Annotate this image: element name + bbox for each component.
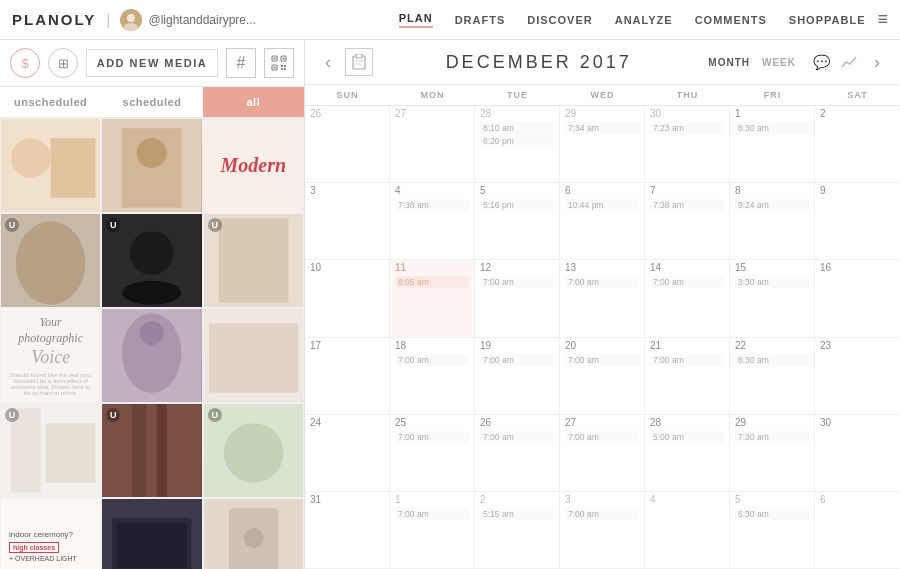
calendar-day-3-3[interactable]: 207:00 am: [560, 338, 645, 414]
media-item-12[interactable]: U: [203, 403, 304, 498]
day-number-3-1: 18: [395, 341, 469, 351]
media-item-14[interactable]: [101, 498, 202, 569]
calendar-day-3-0[interactable]: 17: [305, 338, 390, 414]
media-item-2[interactable]: [101, 118, 202, 213]
nav-drafts[interactable]: DRAFTS: [455, 14, 506, 26]
calendar-day-1-1[interactable]: 47:38 am: [390, 183, 475, 259]
calendar-day-2-1[interactable]: 118:05 am: [390, 260, 475, 336]
calendar-day-3-4[interactable]: 217:00 am: [645, 338, 730, 414]
media-item-1[interactable]: [0, 118, 101, 213]
add-media-button[interactable]: ADD NEW MEDIA: [86, 49, 218, 77]
calendar-day-5-3[interactable]: 37:00 am: [560, 492, 645, 568]
calendar-day-2-0[interactable]: 10: [305, 260, 390, 336]
media-item-15[interactable]: [203, 498, 304, 569]
calendar-day-3-5[interactable]: 226:30 am: [730, 338, 815, 414]
media-item-9[interactable]: [203, 308, 304, 403]
hamburger-icon[interactable]: ≡: [877, 9, 888, 30]
svg-point-27: [140, 321, 164, 345]
calendar-day-4-0[interactable]: 24: [305, 415, 390, 491]
header: PLANOLY | @lightanddairypre... PLAN DRAF…: [0, 0, 900, 40]
qr-button[interactable]: [264, 48, 294, 78]
day-number-5-2: 2: [480, 495, 554, 505]
calendar-day-4-1[interactable]: 257:00 am: [390, 415, 475, 491]
calendar-day-5-6[interactable]: 6: [815, 492, 900, 568]
calendar-day-2-5[interactable]: 153:30 am: [730, 260, 815, 336]
calendar-day-1-5[interactable]: 89:24 am: [730, 183, 815, 259]
calendar-day-3-2[interactable]: 197:00 am: [475, 338, 560, 414]
svg-rect-40: [117, 523, 187, 568]
media-item-4[interactable]: U: [0, 213, 101, 308]
day-header-mon: MON: [390, 85, 475, 105]
calendar-day-1-3[interactable]: 610:44 pm: [560, 183, 645, 259]
calendar-day-4-6[interactable]: 30: [815, 415, 900, 491]
calendar-day-4-4[interactable]: 285:00 am: [645, 415, 730, 491]
calendar-day-4-3[interactable]: 277:00 am: [560, 415, 645, 491]
calendar-day-2-6[interactable]: 16: [815, 260, 900, 336]
day-number-0-1: 27: [395, 109, 469, 119]
chart-view-icon[interactable]: [838, 51, 860, 73]
calendar-day-2-3[interactable]: 137:00 am: [560, 260, 645, 336]
nav-discover[interactable]: DISCOVER: [527, 14, 592, 26]
calendar-day-5-4[interactable]: 4: [645, 492, 730, 568]
calendar-day-5-5[interactable]: 56:30 am: [730, 492, 815, 568]
calendar-day-1-6[interactable]: 9: [815, 183, 900, 259]
tab-unscheduled[interactable]: unscheduled: [0, 87, 101, 117]
calendar-day-0-5[interactable]: 18:30 am: [730, 106, 815, 182]
media-item-13[interactable]: indoor ceremony? high classes + OVERHEAD…: [0, 498, 101, 569]
calendar-day-4-2[interactable]: 267:00 am: [475, 415, 560, 491]
view-icons: 💬: [810, 51, 860, 73]
svg-point-17: [137, 138, 167, 168]
calendar-day-0-4[interactable]: 307:23 am: [645, 106, 730, 182]
calendar-day-2-2[interactable]: 127:00 am: [475, 260, 560, 336]
day-number-1-3: 6: [565, 186, 639, 196]
time-slot-3-4-0: 7:00 am: [650, 354, 724, 366]
calendar-clipboard-icon[interactable]: [345, 48, 373, 76]
bubble-view-icon[interactable]: 💬: [810, 51, 832, 73]
time-slot-3-2-0: 7:00 am: [480, 354, 554, 366]
media-item-11[interactable]: U: [101, 403, 202, 498]
dollar-icon[interactable]: $: [10, 48, 40, 78]
media-item-3[interactable]: Modern: [203, 118, 304, 213]
calendar-day-5-1[interactable]: 17:00 am: [390, 492, 475, 568]
calendar-day-1-4[interactable]: 77:38 am: [645, 183, 730, 259]
nav-comments[interactable]: COMMENTS: [695, 14, 767, 26]
calendar-day-3-1[interactable]: 187:00 am: [390, 338, 475, 414]
nav-shoppable[interactable]: SHOPPABLE: [789, 14, 866, 26]
calendar-day-0-0[interactable]: 26: [305, 106, 390, 182]
time-slot-2-3-0: 7:00 am: [565, 276, 639, 288]
calendar-day-0-6[interactable]: 2: [815, 106, 900, 182]
month-view-button[interactable]: MONTH: [704, 55, 754, 70]
grid-icon[interactable]: ⊞: [48, 48, 78, 78]
hashtag-button[interactable]: #: [226, 48, 256, 78]
calendar-next-button[interactable]: ›: [870, 52, 884, 73]
media-quote-7: Should sound like the real you. Shouldn'…: [9, 372, 92, 396]
time-slot-0-5-0: 8:30 am: [735, 122, 809, 134]
calendar-day-0-1[interactable]: 27: [390, 106, 475, 182]
tab-all[interactable]: all: [203, 87, 304, 117]
nav-plan[interactable]: PLAN: [399, 12, 433, 28]
calendar-day-3-6[interactable]: 23: [815, 338, 900, 414]
calendar-day-0-3[interactable]: 297:34 am: [560, 106, 645, 182]
calendar-day-2-4[interactable]: 147:00 am: [645, 260, 730, 336]
media-item-5[interactable]: U: [101, 213, 202, 308]
media-item-8[interactable]: [101, 308, 202, 403]
media-item-10[interactable]: U: [0, 403, 101, 498]
calendar-day-4-5[interactable]: 297:30 am: [730, 415, 815, 491]
week-view-button[interactable]: WEEK: [758, 55, 800, 70]
nav-analyze[interactable]: ANALYZE: [615, 14, 673, 26]
calendar-day-1-2[interactable]: 55:16 pm: [475, 183, 560, 259]
time-slot-1-5-0: 9:24 am: [735, 199, 809, 211]
media-item-6[interactable]: U: [203, 213, 304, 308]
day-number-4-5: 29: [735, 418, 809, 428]
calendar-day-5-0[interactable]: 31: [305, 492, 390, 568]
svg-rect-35: [157, 404, 167, 497]
calendar-day-5-2[interactable]: 25:15 am: [475, 492, 560, 568]
calendar-day-1-0[interactable]: 3: [305, 183, 390, 259]
calendar-prev-button[interactable]: ‹: [321, 52, 335, 73]
svg-point-43: [243, 528, 263, 548]
time-slot-4-2-0: 7:00 am: [480, 431, 554, 443]
calendar-day-0-2[interactable]: 288:10 am6:20 pm: [475, 106, 560, 182]
day-number-2-5: 15: [735, 263, 809, 273]
tab-scheduled[interactable]: scheduled: [101, 87, 202, 117]
media-item-7[interactable]: Your photographicVoice Should sound like…: [0, 308, 101, 403]
